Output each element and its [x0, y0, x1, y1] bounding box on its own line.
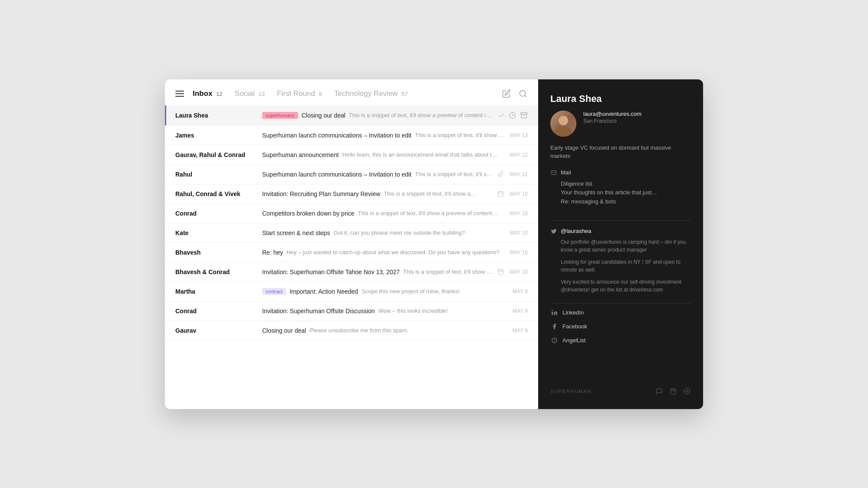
menu-icon[interactable]	[175, 91, 184, 97]
linkedin-icon	[550, 309, 558, 317]
mail-section: Mail Diligence list Your thoughts on thi…	[550, 169, 691, 206]
angellist-label: AngelList	[562, 337, 585, 344]
tag-superhumans: superhumans	[262, 112, 298, 119]
svg-rect-8	[498, 270, 503, 275]
tag-contract: contract	[262, 288, 286, 295]
clock-icon[interactable]	[509, 111, 516, 119]
twitter-handle[interactable]: @laurashea	[561, 228, 591, 234]
angellist-row[interactable]: AngelList	[550, 337, 691, 344]
contact-panel: Laura Shea laura@uxventures.com San Fran…	[538, 79, 703, 409]
archive-icon[interactable]	[520, 111, 528, 119]
angellist-icon	[550, 337, 558, 344]
email-row[interactable]: Bhavesh & Conrad Invitation: Superhuman …	[165, 262, 538, 282]
calendar-bottom-icon[interactable]	[669, 387, 677, 395]
contact-info-block: laura@uxventures.com San Francisco	[583, 111, 641, 124]
bottom-bar: SUPERHUMAN	[550, 379, 691, 395]
divider	[550, 303, 691, 304]
row-actions	[497, 111, 528, 119]
bottom-icons	[655, 387, 691, 395]
mail-item[interactable]: Your thoughts on this article that just…	[561, 188, 691, 197]
tab-first-round[interactable]: First Round 8	[277, 89, 322, 98]
avatar	[550, 111, 576, 137]
svg-point-0	[520, 90, 526, 96]
email-row[interactable]: Gaurav Closing our deal Please unsubscri…	[165, 321, 538, 341]
mail-section-title: Mail	[561, 169, 571, 176]
tab-inbox[interactable]: Inbox 12	[193, 89, 223, 98]
linkedin-row[interactable]: LinkedIn	[550, 309, 691, 317]
header-actions	[502, 89, 528, 98]
email-row[interactable]: Martha contract Important: Action Needed…	[165, 282, 538, 301]
compose-bottom-icon[interactable]	[655, 387, 663, 395]
svg-point-18	[686, 390, 688, 392]
mail-item[interactable]: Diligence list	[561, 180, 691, 189]
tweet: Looking for great candidates in NY / SF …	[561, 258, 691, 274]
tweet: Very excited to announce our self-drivin…	[561, 278, 691, 294]
email-row[interactable]: Kate Start screen & next steps Got it, c…	[165, 223, 538, 243]
twitter-section: @laurashea Our portfolio @uxventures is …	[550, 228, 691, 298]
calendar-icon	[497, 269, 504, 275]
email-row[interactable]: Rahul Superhuman launch communications –…	[165, 165, 538, 184]
compose-icon[interactable]	[502, 89, 511, 98]
tab-bar: Inbox 12 Social 13 First Round 8 Technol…	[193, 89, 502, 98]
tab-tech-review[interactable]: Technology Review 57	[334, 89, 408, 98]
app-container: Inbox 12 Social 13 First Round 8 Technol…	[165, 79, 703, 409]
svg-rect-12	[552, 312, 553, 315]
header: Inbox 12 Social 13 First Round 8 Technol…	[165, 79, 538, 105]
facebook-label: Facebook	[562, 323, 587, 330]
email-row[interactable]: Conrad Invitation: Superhuman Offsite Di…	[165, 301, 538, 321]
email-row[interactable]: Conrad Competitors broken down by price …	[165, 204, 538, 223]
facebook-icon	[550, 323, 558, 331]
divider	[550, 220, 691, 221]
check-icon[interactable]	[497, 111, 505, 119]
superhuman-logo: SUPERHUMAN	[550, 389, 592, 394]
linkedin-label: LinkedIn	[562, 309, 584, 316]
facebook-row[interactable]: Facebook	[550, 323, 691, 331]
settings-bottom-icon[interactable]	[683, 387, 691, 395]
svg-point-13	[552, 310, 553, 311]
email-row[interactable]: James Superhuman launch communications –…	[165, 126, 538, 145]
email-row[interactable]: Bhavesh Re: hey Hey – just wanted to cat…	[165, 243, 538, 262]
mail-item[interactable]: Re: messaging & bots	[561, 197, 691, 206]
svg-rect-14	[671, 389, 676, 394]
mail-icon	[550, 169, 557, 176]
svg-rect-2	[521, 113, 527, 114]
search-icon[interactable]	[518, 89, 528, 98]
contact-description: Early stage VC focused on dormant but ma…	[550, 144, 691, 160]
contact-name: Laura Shea	[550, 93, 691, 105]
email-row[interactable]: Laura Shea superhumans Closing our deal …	[165, 105, 538, 126]
tab-social[interactable]: Social 13	[235, 89, 265, 98]
twitter-icon	[550, 228, 557, 235]
email-panel: Inbox 12 Social 13 First Round 8 Technol…	[165, 79, 538, 409]
email-row[interactable]: Gaurav, Rahul & Conrad Superhuman announ…	[165, 145, 538, 165]
email-list: Laura Shea superhumans Closing our deal …	[165, 105, 538, 409]
calendar-icon	[497, 190, 504, 197]
tweet: Our portfolio @uxventures is ramping har…	[561, 238, 691, 254]
email-row[interactable]: Rahul, Conrad & Vivek Invitation: Recrui…	[165, 184, 538, 204]
svg-rect-4	[498, 192, 503, 197]
attachment-icon	[497, 171, 504, 178]
